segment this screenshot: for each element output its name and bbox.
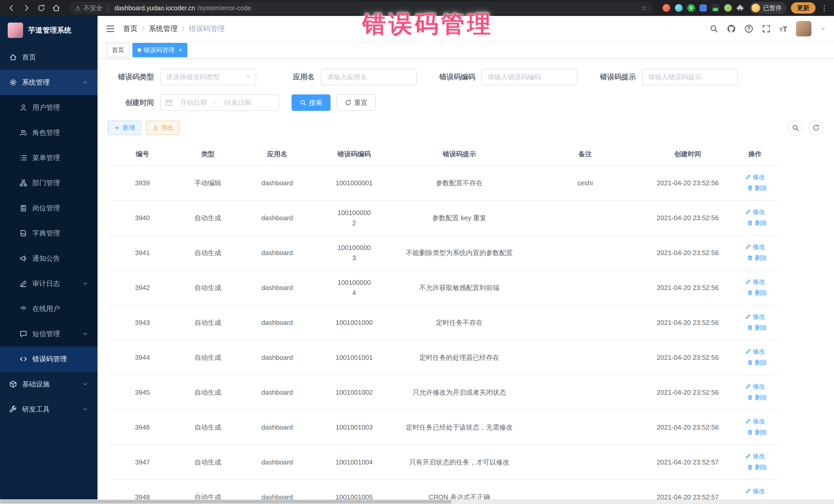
font-size-icon[interactable]: TT: [780, 25, 787, 33]
link-label: 修改: [753, 486, 765, 496]
date-end-input[interactable]: [219, 99, 257, 107]
breadcrumb-system[interactable]: 系统管理: [149, 24, 178, 34]
error-hint-input[interactable]: [642, 69, 738, 85]
extension-icon-red[interactable]: [663, 4, 670, 12]
delete-link[interactable]: 删除: [747, 323, 767, 333]
date-start-input[interactable]: [175, 99, 213, 107]
message-icon: [20, 330, 27, 338]
edit-link[interactable]: 修改: [745, 416, 765, 426]
horizontal-scrollbar[interactable]: [0, 499, 834, 504]
scrollbar-thumb[interactable]: [0, 500, 452, 503]
delete-link[interactable]: 删除: [747, 253, 767, 263]
sidebar-item-infra[interactable]: 基础设施: [0, 372, 97, 397]
cell-time: 2021-04-20 23:52:56: [644, 166, 731, 200]
edit-link[interactable]: 修改: [745, 311, 765, 322]
export-button[interactable]: 导出: [146, 120, 180, 135]
link-label: 修改: [753, 172, 765, 182]
edit-link[interactable]: 修改: [745, 242, 765, 252]
tab-home[interactable]: 首页: [107, 43, 129, 57]
delete-link[interactable]: 删除: [747, 462, 767, 473]
sidebar-item-system[interactable]: 系统管理: [0, 70, 97, 95]
close-tab-icon[interactable]: ×: [179, 47, 182, 53]
edit-link[interactable]: 修改: [745, 346, 765, 357]
error-code-input[interactable]: [481, 69, 577, 85]
home-button[interactable]: [50, 2, 63, 14]
github-icon[interactable]: [727, 24, 736, 33]
forward-button[interactable]: [20, 2, 33, 14]
link-label: 修改: [753, 451, 765, 461]
cell-time: 2021-04-20 23:52:56: [644, 340, 731, 375]
sidebar-item-menus[interactable]: 菜单管理: [0, 145, 97, 170]
reset-button[interactable]: 重置: [337, 94, 376, 111]
cell-code: 1001001003: [316, 410, 393, 445]
delete-link[interactable]: 删除: [747, 357, 767, 368]
avatar[interactable]: [796, 21, 811, 37]
user-icon: [20, 104, 27, 111]
sidebar-item-audit-logs[interactable]: 审计日志: [0, 271, 97, 296]
edit-link[interactable]: 修改: [745, 486, 765, 496]
sidebar-item-label: 审计日志: [32, 279, 60, 288]
extensions-area: V on: [663, 4, 744, 12]
sidebar-item-devtools[interactable]: 研发工具: [0, 397, 97, 422]
error-type-select[interactable]: [160, 69, 256, 85]
app-logo[interactable]: 芋道管理系统: [0, 16, 97, 45]
sidebar-item-notices[interactable]: 通知公告: [0, 246, 97, 271]
security-warning[interactable]: ⚠ 不安全: [75, 4, 103, 12]
extension-icon-green[interactable]: V: [687, 4, 695, 12]
address-bar[interactable]: ⚠ 不安全 | dashboard.yudao.iocoder.cn/syste…: [69, 2, 653, 14]
cell-operations: 修改 删除: [731, 200, 778, 235]
date-range-picker[interactable]: -: [160, 94, 279, 111]
extensions-puzzle-icon[interactable]: [737, 4, 744, 12]
sidebar-item-sms[interactable]: 短信管理: [0, 321, 97, 346]
app-name-input[interactable]: [321, 69, 417, 85]
reload-button[interactable]: [35, 2, 48, 14]
sidebar-item-dicts[interactable]: 字典管理: [0, 221, 97, 246]
back-button[interactable]: [5, 2, 18, 14]
bookmark-star-icon[interactable]: ☆: [641, 4, 647, 12]
sidebar-item-error-codes[interactable]: 错误码管理: [0, 346, 97, 372]
search-button[interactable]: 搜索: [291, 94, 331, 111]
avatar-caret-icon[interactable]: [820, 26, 826, 31]
hamburger-icon[interactable]: [106, 24, 115, 34]
delete-link[interactable]: 删除: [747, 392, 767, 403]
menu-kebab-icon[interactable]: ⋮: [820, 4, 829, 12]
delete-link[interactable]: 删除: [747, 183, 767, 193]
chevron-down-icon: [82, 281, 88, 287]
cell-code: 1001001002: [316, 375, 393, 410]
link-label: 删除: [755, 218, 767, 228]
search-icon[interactable]: [709, 24, 718, 33]
breadcrumb-home[interactable]: 首页: [123, 24, 137, 34]
filter-create-time: 创建时间 -: [108, 94, 279, 111]
cell-time: 2021-04-20 23:52:56: [644, 375, 731, 410]
extension-icon-leaf[interactable]: [724, 4, 732, 12]
edit-link[interactable]: 修改: [745, 277, 765, 287]
sidebar-item-home[interactable]: 首页: [0, 45, 97, 70]
sidebar-item-posts[interactable]: 岗位管理: [0, 196, 97, 221]
delete-link[interactable]: 删除: [747, 427, 767, 438]
cell-id: 3940: [108, 200, 177, 235]
cell-code: 100100000 4: [316, 270, 393, 305]
filter-app-name: 应用名: [268, 69, 417, 85]
edit-link[interactable]: 修改: [745, 451, 765, 461]
show-search-button[interactable]: [788, 120, 803, 135]
tab-error-code[interactable]: 错误码管理 ×: [132, 43, 187, 57]
add-button[interactable]: 新增: [108, 120, 141, 135]
sidebar-item-roles[interactable]: 角色管理: [0, 120, 97, 145]
update-button[interactable]: 更新: [791, 2, 815, 14]
fullscreen-icon[interactable]: [762, 24, 771, 33]
refresh-table-button[interactable]: [808, 120, 824, 135]
trash-icon: [747, 325, 753, 331]
edit-link[interactable]: 修改: [745, 381, 765, 392]
profile-chip[interactable]: 已暂停: [749, 2, 787, 14]
delete-link[interactable]: 删除: [747, 288, 767, 298]
sidebar-item-depts[interactable]: 部门管理: [0, 170, 97, 196]
extension-icon-teal[interactable]: [675, 4, 683, 12]
edit-link[interactable]: 修改: [745, 207, 765, 217]
delete-link[interactable]: 删除: [747, 218, 767, 228]
sidebar-item-users[interactable]: 用户管理: [0, 95, 97, 120]
sidebar-item-online-users[interactable]: 在线用户: [0, 296, 97, 321]
edit-link[interactable]: 修改: [745, 172, 765, 182]
extension-icon-on[interactable]: on: [711, 4, 720, 12]
extension-icon-grid[interactable]: [700, 4, 707, 12]
help-icon[interactable]: [744, 24, 753, 33]
